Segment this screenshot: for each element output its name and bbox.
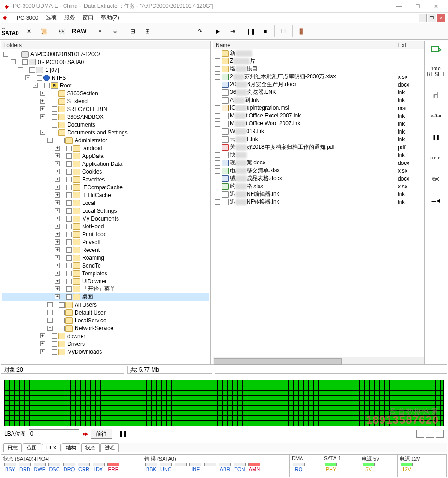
expander-icon[interactable]: + [55, 200, 60, 205]
goto-button[interactable]: 前往 [91, 429, 112, 439]
expander-icon[interactable]: + [55, 161, 60, 166]
checkbox[interactable] [66, 294, 72, 300]
checkbox[interactable] [66, 263, 72, 268]
file-row[interactable]: 2xxxx苏州红木雕刻厂点库明细-2830万.xlsxxlsx [213, 73, 424, 81]
exit-button[interactable]: 🚪 [295, 24, 308, 38]
lba-input[interactable] [29, 429, 79, 438]
checkbox[interactable] [215, 137, 220, 142]
file-row[interactable]: 约xxxx格.xlsxxlsx [213, 182, 424, 190]
expander-icon[interactable]: + [55, 255, 60, 260]
checkbox[interactable] [66, 169, 72, 175]
scroll-button[interactable]: 📜 [37, 24, 51, 38]
tab-HEX[interactable]: HEX [42, 444, 61, 451]
tree-item[interactable]: +Default User [2, 309, 209, 316]
checkbox[interactable] [215, 152, 220, 158]
tree-item[interactable]: -RRoot [2, 82, 209, 89]
tab-位图[interactable]: 位图 [23, 443, 41, 452]
checkbox[interactable] [66, 200, 72, 206]
checkbox[interactable] [59, 138, 65, 143]
checkbox[interactable] [22, 59, 28, 65]
file-row[interactable]: 络xxxx賬目 [213, 65, 424, 73]
expander-icon[interactable]: + [55, 279, 60, 284]
tree-item[interactable]: +AppData [2, 152, 209, 160]
checkbox[interactable] [66, 239, 72, 245]
checkbox[interactable] [215, 113, 220, 119]
tree-item[interactable]: -1 [07] [2, 66, 209, 74]
maximize-button[interactable]: ☐ [408, 0, 427, 13]
expander-icon[interactable]: + [55, 247, 60, 252]
connector-button[interactable]: ╓┤ [428, 88, 444, 101]
expander-icon[interactable]: + [40, 349, 45, 354]
expander-icon[interactable]: + [40, 91, 45, 96]
expander-icon[interactable]: + [55, 294, 60, 299]
checkbox[interactable] [215, 82, 220, 87]
tree-item[interactable]: +Local Settings [2, 207, 209, 215]
checkbox[interactable] [215, 168, 220, 174]
tree-item[interactable]: +$360Section [2, 89, 209, 97]
end-box-3[interactable] [436, 430, 444, 438]
end-box-2[interactable] [426, 430, 434, 438]
tree-item[interactable]: +.android [2, 144, 209, 152]
tree-item[interactable]: +UIDowner [2, 277, 209, 285]
expander-icon[interactable]: + [55, 224, 60, 229]
checkbox[interactable] [66, 177, 72, 182]
tree-item[interactable]: +Application Data [2, 160, 209, 168]
file-row[interactable]: Zxxxxxx片 [213, 57, 424, 65]
checkbox[interactable] [66, 279, 72, 284]
file-row[interactable]: Mxxxxt Office Excel 2007.lnklnk [213, 112, 424, 120]
expander-icon[interactable]: + [40, 114, 45, 119]
tab-状态[interactable]: 状态 [81, 443, 100, 452]
pause-button[interactable]: ❚❚ [244, 24, 258, 38]
tab-日志[interactable]: 日志 [3, 443, 22, 452]
menu-services[interactable]: 服务 [60, 13, 79, 23]
checkbox[interactable] [44, 83, 50, 88]
tree-expand-button[interactable]: ⊞ [141, 24, 154, 38]
checkbox[interactable] [215, 74, 220, 80]
expander-icon[interactable]: + [47, 318, 53, 323]
tree-item[interactable]: +Drivers [2, 340, 209, 348]
expander-icon[interactable]: + [55, 286, 60, 291]
checkbox[interactable] [59, 302, 65, 308]
checkbox[interactable] [52, 99, 57, 104]
expander-icon[interactable]: + [55, 185, 60, 190]
checkbox[interactable] [66, 146, 72, 151]
tree-item[interactable]: +Roaming [2, 254, 209, 262]
tree-item[interactable]: +All Users [2, 301, 209, 309]
tree-item[interactable]: +Local [2, 199, 209, 207]
tree-item[interactable]: -NTFS [2, 74, 209, 82]
expander-icon[interactable]: + [40, 99, 45, 104]
end-box-1[interactable] [416, 430, 424, 438]
checkbox[interactable] [215, 66, 220, 72]
menu-window[interactable]: 窗口 [79, 13, 97, 23]
menu-options[interactable]: 选项 [42, 13, 60, 23]
checkbox[interactable] [66, 185, 72, 190]
checkbox[interactable] [52, 130, 57, 135]
checkbox[interactable] [66, 216, 72, 222]
expander-icon[interactable]: - [11, 59, 16, 64]
file-row[interactable]: 新xxxxxx [213, 49, 424, 57]
tree-item[interactable]: -Administrator [2, 136, 209, 144]
tab-进程[interactable]: 进程 [100, 443, 119, 452]
file-row[interactable]: 现xxxx案.docxdocx [213, 159, 424, 167]
file-row[interactable]: 快xxxxlnk [213, 151, 424, 159]
tree-item[interactable]: Documents [2, 121, 209, 128]
expander-icon[interactable]: + [55, 239, 60, 245]
sector-bitmap[interactable]: 盘首数据恢复 18913587620 [4, 380, 444, 426]
tools-button[interactable]: ✕ [22, 24, 36, 38]
expander-icon[interactable]: - [3, 52, 8, 57]
checkbox[interactable] [215, 90, 220, 95]
sata-port-button[interactable]: ↔SATA0 [2, 24, 18, 38]
checkbox[interactable] [37, 75, 42, 81]
step-button[interactable]: ⇥ [226, 24, 240, 38]
expander-icon[interactable]: + [47, 310, 53, 315]
file-row[interactable]: 迅xxxxNF编辑器.lnklnk [213, 190, 424, 198]
expander-icon[interactable]: + [55, 208, 60, 213]
raw-button[interactable]: RAW [70, 24, 89, 38]
stack-button[interactable]: ⧉✕ [428, 173, 444, 186]
folder-tree[interactable]: -A:\PC3000\20191017-120G\-0 - PC3000 SAT… [1, 49, 210, 364]
expander-icon[interactable]: - [40, 130, 45, 135]
tree-item[interactable]: +IECompatCache [2, 183, 209, 191]
tree-item[interactable]: +Cookies [2, 168, 209, 175]
expander-icon[interactable]: - [47, 138, 53, 143]
checkbox[interactable] [215, 176, 220, 181]
